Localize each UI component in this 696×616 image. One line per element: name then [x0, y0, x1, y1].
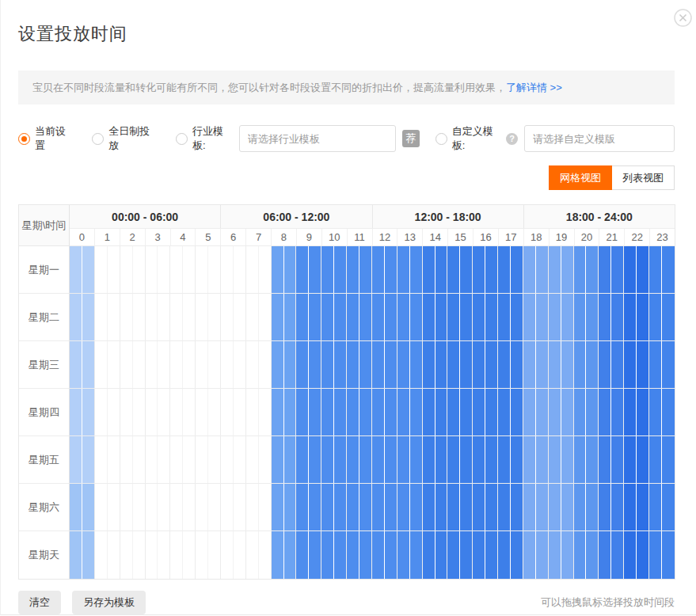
- schedule-cell[interactable]: [108, 341, 120, 388]
- schedule-cell[interactable]: [662, 294, 674, 340]
- schedule-cell[interactable]: [196, 484, 208, 530]
- schedule-cell[interactable]: [259, 389, 272, 435]
- schedule-cell[interactable]: [473, 246, 485, 293]
- schedule-cell[interactable]: [511, 341, 523, 388]
- schedule-cell[interactable]: [561, 436, 574, 483]
- schedule-cell[interactable]: [649, 294, 662, 340]
- schedule-cell[interactable]: [523, 341, 536, 388]
- schedule-cell[interactable]: [523, 484, 536, 530]
- schedule-cell[interactable]: [309, 436, 321, 483]
- schedule-cell[interactable]: [108, 246, 120, 293]
- schedule-cell[interactable]: [423, 294, 435, 340]
- schedule-cell[interactable]: [347, 246, 359, 293]
- schedule-cell[interactable]: [549, 341, 561, 388]
- schedule-cell[interactable]: [423, 246, 435, 293]
- schedule-cell[interactable]: [435, 294, 448, 340]
- schedule-cell[interactable]: [423, 436, 435, 483]
- schedule-cell[interactable]: [397, 294, 410, 340]
- schedule-cell[interactable]: [334, 531, 347, 579]
- schedule-cell[interactable]: [410, 341, 423, 388]
- schedule-cell[interactable]: [108, 389, 120, 435]
- schedule-cell[interactable]: [70, 294, 82, 340]
- schedule-cell[interactable]: [586, 389, 599, 435]
- schedule-cell[interactable]: [574, 246, 587, 293]
- schedule-cell[interactable]: [334, 436, 347, 483]
- schedule-cell[interactable]: [447, 436, 460, 483]
- schedule-cell[interactable]: [234, 341, 246, 388]
- schedule-cell[interactable]: [309, 246, 321, 293]
- schedule-cell[interactable]: [549, 294, 561, 340]
- schedule-cell[interactable]: [599, 294, 611, 340]
- schedule-cell[interactable]: [372, 246, 385, 293]
- schedule-cell[interactable]: [208, 341, 221, 388]
- schedule-cell[interactable]: [70, 246, 82, 293]
- schedule-cell[interactable]: [296, 341, 309, 388]
- radio-industry-template[interactable]: 行业模板:: [176, 124, 234, 153]
- schedule-cell[interactable]: [296, 436, 309, 483]
- schedule-cell[interactable]: [410, 389, 423, 435]
- schedule-cell[interactable]: [561, 531, 574, 579]
- schedule-cell[interactable]: [485, 484, 498, 530]
- schedule-cell[interactable]: [359, 484, 372, 530]
- schedule-cell[interactable]: [259, 246, 272, 293]
- schedule-cell[interactable]: [196, 246, 208, 293]
- schedule-cell[interactable]: [423, 341, 435, 388]
- schedule-cell[interactable]: [599, 436, 611, 483]
- schedule-cell[interactable]: [246, 484, 259, 530]
- schedule-cell[interactable]: [410, 294, 423, 340]
- schedule-cell[interactable]: [234, 294, 246, 340]
- radio-all-day[interactable]: 全日制投放: [92, 124, 157, 153]
- schedule-cell[interactable]: [284, 294, 297, 340]
- schedule-cell[interactable]: [259, 294, 272, 340]
- schedule-cell[interactable]: [385, 389, 397, 435]
- schedule-cell[interactable]: [359, 436, 372, 483]
- schedule-cell[interactable]: [170, 436, 183, 483]
- schedule-cell[interactable]: [272, 389, 284, 435]
- schedule-cell[interactable]: [536, 484, 549, 530]
- schedule-cell[interactable]: [498, 341, 511, 388]
- schedule-cell[interactable]: [196, 294, 208, 340]
- schedule-cell[interactable]: [624, 294, 637, 340]
- schedule-cell[interactable]: [133, 294, 146, 340]
- schedule-cell[interactable]: [221, 389, 234, 435]
- schedule-cell[interactable]: [347, 294, 359, 340]
- schedule-cell[interactable]: [397, 341, 410, 388]
- schedule-cell[interactable]: [485, 389, 498, 435]
- schedule-cell[interactable]: [234, 436, 246, 483]
- schedule-cell[interactable]: [385, 341, 397, 388]
- clear-button[interactable]: 清空: [18, 591, 61, 614]
- schedule-cell[interactable]: [183, 436, 196, 483]
- schedule-cell[interactable]: [435, 246, 448, 293]
- schedule-cell[interactable]: [183, 246, 196, 293]
- schedule-cell[interactable]: [523, 531, 536, 579]
- schedule-cell[interactable]: [309, 389, 321, 435]
- schedule-cell[interactable]: [95, 341, 108, 388]
- schedule-cell[interactable]: [649, 246, 662, 293]
- schedule-cell[interactable]: [145, 246, 158, 293]
- schedule-cell[interactable]: [82, 531, 95, 579]
- schedule-cell[interactable]: [435, 484, 448, 530]
- schedule-cell[interactable]: [82, 436, 95, 483]
- schedule-cell[interactable]: [599, 246, 611, 293]
- custom-template-input[interactable]: [524, 125, 675, 152]
- schedule-cell[interactable]: [662, 484, 674, 530]
- schedule-cell[interactable]: [170, 341, 183, 388]
- schedule-cell[interactable]: [347, 436, 359, 483]
- schedule-cell[interactable]: [120, 246, 133, 293]
- schedule-cell[interactable]: [145, 389, 158, 435]
- schedule-cell[interactable]: [259, 531, 272, 579]
- schedule-cell[interactable]: [82, 341, 95, 388]
- schedule-cell[interactable]: [284, 531, 297, 579]
- schedule-cell[interactable]: [359, 246, 372, 293]
- schedule-cell[interactable]: [397, 436, 410, 483]
- schedule-cell[interactable]: [372, 436, 385, 483]
- schedule-cell[interactable]: [423, 484, 435, 530]
- schedule-cell[interactable]: [158, 389, 170, 435]
- schedule-cell[interactable]: [511, 294, 523, 340]
- schedule-cell[interactable]: [561, 484, 574, 530]
- schedule-cell[interactable]: [637, 389, 649, 435]
- schedule-cell[interactable]: [120, 436, 133, 483]
- schedule-cell[interactable]: [321, 389, 334, 435]
- schedule-cell[interactable]: [70, 436, 82, 483]
- schedule-cell[interactable]: [498, 294, 511, 340]
